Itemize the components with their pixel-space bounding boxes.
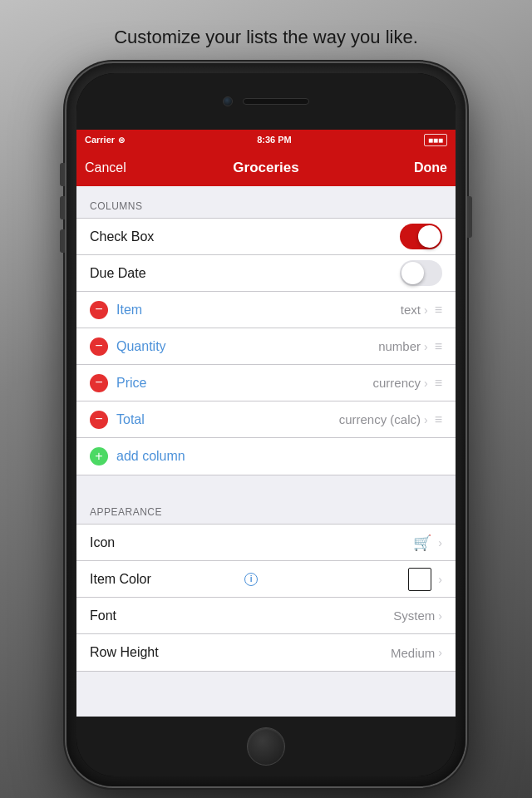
font-label: Font bbox=[90, 608, 393, 623]
wifi-icon: ⊜ bbox=[118, 135, 125, 145]
top-bezel bbox=[76, 73, 456, 130]
icon-row[interactable]: Icon 🛒 › bbox=[76, 525, 456, 561]
row-height-chevron: › bbox=[438, 646, 442, 659]
duedate-label: Due Date bbox=[90, 266, 400, 281]
status-time: 8:36 PM bbox=[125, 135, 424, 145]
add-column-button[interactable] bbox=[90, 447, 108, 466]
total-minus-button[interactable] bbox=[90, 411, 108, 429]
nav-bar: Cancel Groceries Done bbox=[76, 150, 456, 186]
item-color-chevron: › bbox=[438, 573, 442, 586]
icon-row-label: Icon bbox=[90, 535, 413, 550]
total-drag-handle[interactable]: ≡ bbox=[435, 412, 442, 427]
item-color-info[interactable]: i bbox=[244, 573, 258, 586]
price-row[interactable]: Price currency › ≡ bbox=[76, 365, 456, 401]
font-value: System bbox=[393, 608, 435, 623]
cart-icon-box: 🛒 bbox=[413, 534, 431, 552]
appearance-header-text: APPEARANCE bbox=[90, 506, 162, 518]
row-height-value: Medium bbox=[391, 646, 435, 660]
phone-outer: Carrier ⊜ 8:36 PM ■■■ Cancel Groceries D… bbox=[66, 63, 466, 786]
price-drag-handle[interactable]: ≡ bbox=[435, 376, 442, 391]
done-button[interactable]: Done bbox=[389, 160, 447, 175]
speaker bbox=[243, 98, 309, 105]
item-label: Item bbox=[116, 303, 401, 318]
carrier-label: Carrier bbox=[85, 135, 115, 145]
nav-title: Groceries bbox=[143, 160, 389, 176]
checkbox-row: Check Box bbox=[76, 219, 456, 255]
quantity-drag-handle[interactable]: ≡ bbox=[435, 339, 442, 354]
total-value: currency (calc) bbox=[339, 412, 421, 426]
checkbox-toggle[interactable] bbox=[400, 224, 442, 249]
add-column-label: add column bbox=[116, 449, 442, 464]
row-height-label: Row Height bbox=[90, 645, 391, 660]
item-value: text bbox=[401, 303, 421, 317]
font-row[interactable]: Font System › bbox=[76, 598, 456, 634]
columns-table-group: Check Box Due Date bbox=[76, 218, 456, 475]
camera bbox=[223, 96, 233, 106]
price-chevron: › bbox=[424, 377, 428, 390]
status-bar: Carrier ⊜ 8:36 PM ■■■ bbox=[76, 130, 456, 150]
quantity-chevron: › bbox=[424, 340, 428, 353]
phone-inner: Carrier ⊜ 8:36 PM ■■■ Cancel Groceries D… bbox=[76, 73, 456, 776]
checkbox-label: Check Box bbox=[90, 229, 400, 244]
bottom-bezel bbox=[76, 717, 456, 776]
duedate-toggle[interactable] bbox=[400, 260, 442, 286]
screen: Carrier ⊜ 8:36 PM ■■■ Cancel Groceries D… bbox=[76, 130, 456, 717]
total-chevron: › bbox=[424, 413, 428, 426]
quantity-row[interactable]: Quantity number › ≡ bbox=[76, 328, 456, 365]
quantity-value: number bbox=[378, 339, 421, 353]
item-drag-handle[interactable]: ≡ bbox=[435, 303, 442, 318]
row-height-row[interactable]: Row Height Medium › bbox=[76, 634, 456, 671]
font-chevron: › bbox=[438, 609, 442, 623]
duedate-toggle-knob bbox=[401, 262, 424, 284]
cart-icon: 🛒 bbox=[413, 534, 431, 552]
item-color-row[interactable]: Item Color i › bbox=[76, 561, 456, 598]
scroll-content[interactable]: COLUMNS Check Box Due Date bbox=[76, 186, 456, 717]
add-column-row[interactable]: add column bbox=[76, 438, 456, 475]
color-swatch bbox=[408, 568, 431, 591]
home-button[interactable] bbox=[247, 727, 285, 766]
item-chevron: › bbox=[424, 303, 428, 317]
icon-row-chevron: › bbox=[438, 536, 442, 549]
appearance-table-group: Icon 🛒 › Item Color i › bbox=[76, 524, 456, 672]
item-minus-button[interactable] bbox=[90, 301, 108, 319]
cancel-button[interactable]: Cancel bbox=[85, 160, 143, 175]
duedate-row: Due Date bbox=[76, 255, 456, 292]
item-color-label: Item Color bbox=[90, 572, 240, 587]
battery-icon: ■■■ bbox=[424, 134, 447, 146]
price-value: currency bbox=[372, 376, 421, 390]
checkbox-toggle-knob bbox=[418, 225, 441, 248]
item-row[interactable]: Item text › ≡ bbox=[76, 292, 456, 328]
status-carrier: Carrier ⊜ bbox=[85, 135, 125, 145]
columns-section-header: COLUMNS bbox=[76, 186, 456, 218]
tagline: Customize your lists the way you like. bbox=[0, 27, 532, 48]
price-label: Price bbox=[116, 376, 372, 391]
columns-header-text: COLUMNS bbox=[90, 200, 143, 212]
quantity-label: Quantity bbox=[116, 339, 378, 354]
total-label: Total bbox=[116, 412, 339, 427]
appearance-section-header: APPEARANCE bbox=[76, 492, 456, 524]
price-minus-button[interactable] bbox=[90, 374, 108, 392]
total-row[interactable]: Total currency (calc) › ≡ bbox=[76, 401, 456, 438]
quantity-minus-button[interactable] bbox=[90, 337, 108, 356]
